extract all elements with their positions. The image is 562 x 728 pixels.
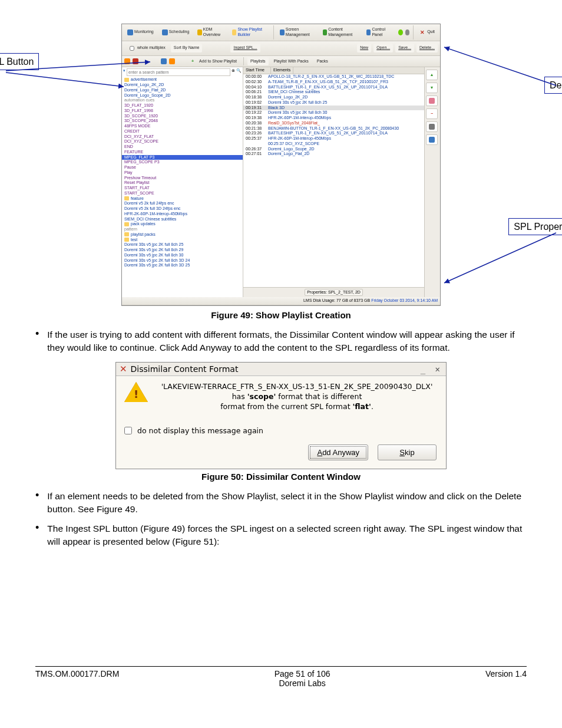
playlist-row[interactable]: 00:18:38Doremi_Logo_2K_2D xyxy=(243,95,424,100)
list-item[interactable]: automation cues xyxy=(122,98,243,103)
move-up-button[interactable]: ▲ xyxy=(426,70,438,80)
playlist-row[interactable]: 00:23:26BATTLESHIP_TLR-1_F_EN-XX_US_51_2… xyxy=(243,131,424,136)
tool-button-3[interactable] xyxy=(426,134,438,145)
list-item[interactable]: Doremi_Logo_Scope_2D xyxy=(122,93,243,98)
list-item[interactable]: pack updates xyxy=(122,222,243,227)
playlist-row[interactable]: 00:21:38BENJAMIN-BUTTON_TLR-1_F_EN-XX_US… xyxy=(243,126,424,131)
list-item[interactable]: Preshow Timeout xyxy=(122,176,243,181)
playlist-row[interactable]: 00:02:30A-TEAM_TLR-B_F_EN-XX_US-GB_51_2K… xyxy=(243,80,424,85)
icon-4[interactable] xyxy=(169,58,175,64)
playlist-row[interactable]: 00:25:37 DCI_XYZ_SCOPE xyxy=(243,141,424,147)
subtab-playlists[interactable]: Playlists xyxy=(247,57,269,66)
subtab-playlist-packs[interactable]: Playlist With Packs xyxy=(271,57,312,66)
list-item[interactable]: advertisement xyxy=(122,77,243,83)
list-item[interactable]: MPEG_FLAT P3 xyxy=(122,155,243,160)
clear-search-icon[interactable]: ⊗ xyxy=(232,68,235,76)
save-button[interactable]: Save... xyxy=(395,44,414,52)
list-item[interactable]: HFR-2K-60P-1M-interop-450Mbps xyxy=(122,212,243,217)
playlist-rows[interactable]: 00:00:00APOLLO-18_TLR-2_S_EN-XX_US-GB_51… xyxy=(243,74,424,287)
playlist-row[interactable]: 00:27:01Doremi_Logo_Flat_2D xyxy=(243,151,424,157)
list-item[interactable]: Doremi 30s v5 jpc 2K full 8ch 3D 24 xyxy=(122,258,243,263)
list-item[interactable]: StEM_DCI Chinese subtitles xyxy=(122,217,243,222)
playlist-row[interactable]: 00:19:02Doremi 30s v5 jpc 2K full 8ch 25 xyxy=(243,100,424,106)
playlist-row[interactable]: 00:20:38RealD_3DSysTst_2048Flat_ xyxy=(243,121,424,126)
do-not-display-checkbox[interactable]: do not display this message again xyxy=(116,423,446,439)
icon-2[interactable] xyxy=(133,58,138,64)
filter-icon[interactable]: ▾ xyxy=(123,68,125,76)
quit-button[interactable]: ✕Quit xyxy=(417,28,438,37)
list-item[interactable]: Doremi 30s v5 jpc 2K full 8ch 30 xyxy=(122,253,243,258)
list-item[interactable]: START_FLAT xyxy=(122,186,243,191)
move-down-button[interactable]: ▼ xyxy=(426,83,438,93)
tab-control-panel[interactable]: Control Panel xyxy=(363,25,394,39)
tab-content-mgmt[interactable]: Content Management xyxy=(320,25,361,39)
content-list[interactable]: advertisementDoremi_Logo_2K_2DDoremi_Log… xyxy=(122,77,243,268)
col-elements[interactable]: Elements xyxy=(271,67,293,74)
playlist-row[interactable]: 00:19:22Doremi 30s v5 jpc 2K full 8ch 30 xyxy=(243,110,424,116)
add-to-show-playlist-button[interactable]: Add to Show Playlist xyxy=(196,57,240,66)
footer-right: Version 1.4 xyxy=(485,669,527,678)
tool-button-2[interactable] xyxy=(426,121,438,132)
list-item[interactable]: Pause xyxy=(122,165,243,170)
search-icon[interactable]: 🔍 xyxy=(236,68,242,76)
playlist-row[interactable]: 00:04:10BATTLESHIP_TLR-1_F_EN-XX_US_51_2… xyxy=(243,85,424,90)
list-item[interactable]: Doremi v5 2k full 24fps enc xyxy=(122,201,243,206)
checkbox-input[interactable] xyxy=(124,427,132,434)
tab-scheduling[interactable]: Scheduling xyxy=(159,28,193,37)
list-item[interactable]: DCI_XYZ_FLAT xyxy=(122,134,243,140)
tab-show-playlist-builder[interactable]: Show Playlist Builder xyxy=(229,25,270,39)
bullet-list-1: If the user is trying to add content wit… xyxy=(35,328,527,354)
ingest-spl-button[interactable]: Ingest SPL... xyxy=(230,44,260,52)
add-anyway-button[interactable]: Add Anyway xyxy=(308,444,368,460)
playlist-row[interactable]: 00:25:37HFR-2K-60P-1M-interop-450Mbps xyxy=(243,136,424,141)
playlist-row[interactable]: 00:26:37Doremi_Logo_Scope_2D xyxy=(243,147,424,152)
list-item[interactable]: Doremi_Logo_Flat_2D xyxy=(122,88,243,93)
list-item[interactable]: Doremi 30s v5 jpc 2K full 8ch 3D 25 xyxy=(122,263,243,268)
list-item[interactable]: Doremi 30s v5 jpc 2K full 8ch 29 xyxy=(122,248,243,253)
col-start-time[interactable]: Start Time xyxy=(243,67,271,74)
list-item[interactable]: 3D_FLAT_1920 xyxy=(122,103,243,108)
window-buttons[interactable]: _ ✕ xyxy=(421,364,442,374)
list-item[interactable]: Play xyxy=(122,170,243,176)
icon-3[interactable] xyxy=(161,58,167,64)
list-item[interactable]: START_SCOPE xyxy=(122,191,243,196)
playlist-row[interactable]: 00:00:00APOLLO-18_TLR-2_S_EN-XX_US-GB_51… xyxy=(243,74,424,80)
list-item[interactable]: Doremi_Logo_2K_2D xyxy=(122,83,243,88)
tab-monitoring[interactable]: Monitoring xyxy=(124,28,157,37)
search-input[interactable] xyxy=(127,68,230,76)
list-item[interactable]: Doremi 30s v5 jpc 2K full 8ch 25 xyxy=(122,242,243,248)
arrow-down-icon: ▼ xyxy=(430,85,434,91)
list-item[interactable]: CREDIT xyxy=(122,129,243,134)
list-item[interactable]: playlist packs xyxy=(122,232,243,238)
list-item[interactable]: pattern xyxy=(122,227,243,232)
tool-button-1[interactable] xyxy=(426,95,438,106)
icon-1[interactable] xyxy=(124,58,130,64)
whole-multiplex-checkbox[interactable]: whole multiplex xyxy=(124,42,168,54)
new-button[interactable]: New xyxy=(357,44,371,52)
tab-screen-mgmt[interactable]: Screen Management xyxy=(277,25,317,39)
list-item[interactable]: Reset Playlist xyxy=(122,180,243,186)
playlist-row[interactable]: 00:19:31Black 3D xyxy=(243,106,424,111)
playlist-row[interactable]: 00:06:21StEM_DCI Chinese subtitles xyxy=(243,90,424,95)
close-icon[interactable]: ✕ xyxy=(120,364,127,374)
remove-button[interactable]: − xyxy=(426,108,438,119)
sort-button[interactable]: Sort By Name xyxy=(171,44,203,52)
list-item[interactable]: END xyxy=(122,144,243,150)
subtab-packs[interactable]: Packs xyxy=(314,57,331,66)
list-item[interactable]: 3D_SCOPE_2048 xyxy=(122,118,243,124)
list-item[interactable]: FEATURE xyxy=(122,150,243,155)
open-button[interactable]: Open... xyxy=(373,44,393,52)
list-item[interactable]: 3D_SCOPE_1920 xyxy=(122,114,243,119)
playlist-row[interactable]: 00:19:38HFR-2K-60P-1M-interop-450Mbps xyxy=(243,116,424,121)
delete-button[interactable]: Delete... xyxy=(416,44,438,52)
spl-properties-button[interactable]: Properties: SPL_2_TEST, 2D xyxy=(305,289,363,297)
tab-kdm[interactable]: KDM Overview xyxy=(194,25,227,39)
list-item[interactable]: test xyxy=(122,238,243,243)
list-item[interactable]: feature xyxy=(122,196,243,202)
skip-button[interactable]: Skip xyxy=(378,444,437,460)
list-item[interactable]: MPEG_SCOPE P3 xyxy=(122,160,243,165)
list-item[interactable]: Doremi v5 2k full 3D 24fps enc xyxy=(122,206,243,212)
list-item[interactable]: 48FPS MODE xyxy=(122,124,243,129)
list-item[interactable]: DCI_XYZ_SCOPE xyxy=(122,139,243,144)
list-item[interactable]: 3D_FLAT_1998 xyxy=(122,108,243,114)
